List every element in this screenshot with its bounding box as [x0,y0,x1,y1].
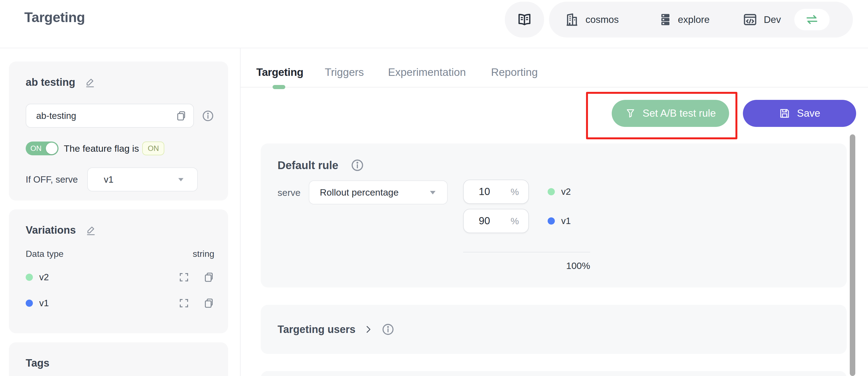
variations-title: Variations [26,224,76,236]
expand-icon[interactable] [178,298,189,309]
environment-switcher: cosmos explore [549,2,853,37]
vertical-scrollbar-thumb[interactable] [850,134,855,376]
rollout-variation-name: v1 [561,216,571,226]
swap-arrows-icon [805,12,819,27]
variation-name: v1 [39,298,49,308]
variation-row: v2 [26,270,214,285]
variation-color-dot [548,217,555,225]
off-variation-select[interactable]: v1 [87,167,198,192]
nav-project[interactable]: cosmos [564,12,619,27]
info-icon[interactable] [350,158,364,172]
targeting-users-title: Targeting users [278,323,355,336]
rollout-variation-name: v2 [561,186,571,197]
flag-summary-card: ab testing ON The feat [9,62,228,201]
tab-reporting[interactable]: Reporting [491,66,538,78]
tags-card: Tags [9,342,228,376]
switch-environment-button[interactable] [794,9,830,30]
floppy-save-icon [779,108,790,119]
default-rule-title: Default rule [278,159,338,172]
rollout-percentage-input[interactable] [466,215,502,227]
rollout-percentage-field[interactable]: % [463,209,529,233]
variation-color-dot [26,274,33,281]
serve-method-value: Rollout percentage [320,187,428,198]
edit-pencil-icon[interactable] [85,77,96,88]
flag-status-text: The feature flag is [64,143,139,154]
if-off-label: If OFF, serve [26,174,87,185]
flag-name: ab testing [26,76,75,88]
rollout-percentage-input[interactable] [466,186,502,198]
stack-icon [657,12,672,27]
toggle-state-label: ON [30,144,42,153]
tab-targeting[interactable]: Targeting [256,66,303,78]
percent-unit: % [510,186,519,197]
save-label: Save [797,108,820,119]
chevron-right-icon[interactable] [364,325,373,334]
copy-icon[interactable] [176,110,187,122]
data-type-label: Data type [26,249,64,259]
tab-triggers[interactable]: Triggers [325,66,364,78]
environment-name: explore [678,14,710,25]
variation-name: v2 [39,272,49,282]
funnel-icon [625,108,636,119]
workspace-name: Dev [764,14,781,25]
open-book-icon [517,11,532,28]
rollout-row: % v2 [463,180,571,204]
copy-icon[interactable] [203,298,214,309]
flag-status-badge: ON [142,141,164,155]
serve-method-select[interactable]: Rollout percentage [309,180,448,204]
set-ab-test-rule-label: Set A/B test rule [643,108,716,119]
code-window-icon [743,12,757,27]
rollout-total-divider [463,252,590,252]
rollout-row: % v1 [463,209,571,233]
flag-toggle[interactable]: ON [26,141,59,155]
app-header: Targeting cosmos [0,0,868,48]
toggle-knob [46,143,57,154]
save-button[interactable]: Save [743,100,856,127]
active-tab-indicator [273,85,285,89]
tabs-divider [240,87,868,88]
caret-down-icon [177,175,185,184]
header-divider [0,48,868,48]
serve-label: serve [278,180,301,205]
set-ab-test-rule-button[interactable]: Set A/B test rule [612,100,729,127]
tags-title: Tags [26,357,50,369]
next-section-card [261,371,847,376]
targeting-users-card[interactable]: Targeting users [261,305,847,354]
nav-environment[interactable]: explore [657,12,710,27]
data-type-value: string [193,249,214,259]
tab-experimentation[interactable]: Experimentation [388,66,466,78]
flag-key-info-icon[interactable] [202,109,214,122]
variation-color-dot [548,188,555,195]
copy-icon[interactable] [203,272,214,283]
project-name: cosmos [586,14,619,25]
off-variation-value: v1 [104,174,177,185]
percent-unit: % [510,216,519,227]
variation-color-dot [26,300,33,307]
nav-workspace[interactable]: Dev [743,12,781,27]
sidebar-divider [240,48,241,376]
flag-key-field[interactable] [26,104,194,128]
variation-row: v1 [26,296,214,311]
page-title: Targeting [24,9,85,25]
rollout-percentage-field[interactable]: % [463,180,529,204]
caret-down-icon [428,188,437,197]
info-icon[interactable] [381,323,395,336]
edit-pencil-icon[interactable] [85,225,96,236]
default-rule-card: Default rule serve Rollout percentage % … [261,143,847,287]
flag-key-input[interactable] [36,111,176,121]
rollout-total: 100% [463,261,590,271]
variations-card: Variations Data type string v2 [9,209,228,333]
expand-icon[interactable] [178,272,189,283]
documentation-button[interactable] [505,2,544,37]
organization-building-icon [564,12,580,27]
